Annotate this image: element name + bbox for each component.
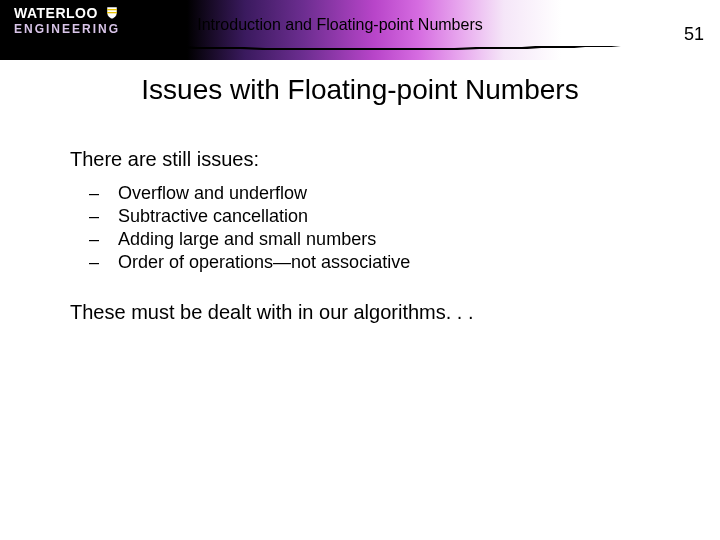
list-item-text: Overflow and underflow — [118, 183, 307, 204]
bullet-dash-icon: – — [70, 206, 118, 227]
bullet-dash-icon: – — [70, 183, 118, 204]
list-item-text: Adding large and small numbers — [118, 229, 376, 250]
list-item: –Overflow and underflow — [70, 183, 650, 204]
slide-body: There are still issues: –Overflow and un… — [0, 106, 720, 324]
list-item: –Subtractive cancellation — [70, 206, 650, 227]
bullet-dash-icon: – — [70, 252, 118, 273]
svg-rect-1 — [107, 12, 117, 13]
slide-header: WATERLOO ENGINEERING Introduction and Fl… — [0, 0, 720, 60]
page-number: 51 — [684, 24, 704, 45]
list-item-text: Order of operations—not associative — [118, 252, 410, 273]
list-item-text: Subtractive cancellation — [118, 206, 308, 227]
slide-title: Issues with Floating-point Numbers — [0, 74, 720, 106]
header-swoosh — [0, 46, 720, 68]
issue-list: –Overflow and underflow –Subtractive can… — [70, 183, 650, 273]
svg-rect-0 — [107, 9, 117, 10]
list-item: –Adding large and small numbers — [70, 229, 650, 250]
list-item: –Order of operations—not associative — [70, 252, 650, 273]
bullet-dash-icon: – — [70, 229, 118, 250]
slide-subtitle: Introduction and Floating-point Numbers — [0, 16, 680, 34]
body-outro: These must be dealt with in our algorith… — [70, 301, 650, 324]
body-intro: There are still issues: — [70, 148, 650, 171]
